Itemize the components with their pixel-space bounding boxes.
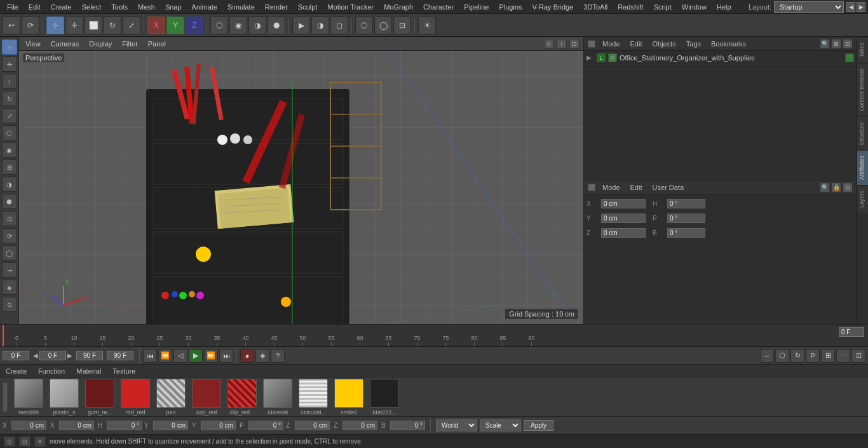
left-tool-5[interactable]: ⤢	[2, 108, 17, 123]
menu-redshift[interactable]: Redshift	[613, 2, 648, 12]
scale-dropdown[interactable]: Scale	[480, 419, 521, 431]
viewport-canvas[interactable]: X Y Z Perspective Grid Spacing : 10 cm	[19, 51, 583, 324]
object-expand-icon[interactable]: ▶	[587, 54, 594, 61]
transport-icon-3[interactable]: ↻	[790, 349, 804, 363]
rotate-tool[interactable]: ↻	[104, 17, 121, 34]
end-frame-input[interactable]	[76, 351, 103, 360]
attr-userdata-btn[interactable]: User Data	[649, 183, 688, 192]
status-icon-1[interactable]: ⊙	[4, 437, 15, 447]
objects-search-icon[interactable]: 🔍	[820, 39, 830, 49]
mat-menu-function[interactable]: Function	[35, 367, 68, 376]
point-mode-btn[interactable]: ◉	[229, 17, 247, 34]
vp-menu-filter[interactable]: Filter	[119, 39, 140, 49]
mat-smile6[interactable]: smile6	[333, 379, 365, 416]
attr-mode-btn[interactable]: Mode	[599, 183, 623, 192]
objects-collapse-icon[interactable]: ⊞	[831, 39, 841, 49]
render-active[interactable]: ◻	[330, 17, 348, 34]
object-row-main[interactable]: ▶ L 0 Office_Stationery_Organizer_with_S…	[584, 51, 857, 65]
objects-bookmarks-btn[interactable]: Bookmarks	[708, 39, 749, 48]
mat-gum-red[interactable]: gum_re...	[84, 379, 116, 416]
mat-material[interactable]: Material	[262, 379, 294, 416]
menu-file[interactable]: File	[3, 2, 23, 12]
menu-help[interactable]: Help	[712, 2, 736, 12]
mat-metal99[interactable]: metal99	[13, 379, 44, 416]
attr-lock-icon[interactable]: 🔒	[831, 182, 841, 193]
menu-3dtoall[interactable]: 3DToAll	[579, 2, 612, 12]
mat-mat222[interactable]: Mat222...	[369, 379, 400, 416]
left-tool-9[interactable]: ◑	[2, 177, 17, 192]
undo-button[interactable]: ↩	[3, 17, 20, 34]
objects-expand-icon[interactable]: ⊡	[843, 39, 853, 49]
mat-cap-red[interactable]: cap_red	[191, 379, 222, 416]
transport-keyframe[interactable]: ◈	[255, 349, 269, 363]
menu-vray[interactable]: V-Ray Bridge	[528, 2, 578, 12]
transport-play-back[interactable]: ◁	[173, 349, 187, 363]
redo-button[interactable]: ⟳	[22, 17, 39, 34]
y-pos-coord-input[interactable]	[153, 421, 188, 430]
x-size-coord-input[interactable]	[59, 421, 94, 430]
x-axis-btn[interactable]: X	[147, 17, 165, 34]
transport-to-end[interactable]: ⏭	[219, 349, 233, 363]
render-view[interactable]: ▶	[292, 17, 310, 34]
mat-plastic[interactable]: plastic_s	[48, 379, 80, 416]
transport-record[interactable]: ●	[240, 349, 254, 363]
left-tool-15[interactable]: ◈	[2, 280, 17, 295]
select-tool[interactable]: ⊹	[46, 17, 64, 34]
move-tool[interactable]: ✛	[65, 17, 83, 34]
object-vis-layer[interactable]: 0	[608, 53, 617, 62]
left-tool-16[interactable]: ⊙	[2, 297, 17, 312]
left-tool-4[interactable]: ↻	[2, 91, 17, 106]
attr-x-pos-input[interactable]	[601, 199, 646, 208]
world-dropdown[interactable]: World	[436, 419, 477, 431]
objects-edit-btn[interactable]: Edit	[627, 39, 646, 48]
left-tool-7[interactable]: ◉	[2, 142, 17, 158]
timeline-ruler[interactable]: 0 5 10 15 20 25 30 35 40 45 50 55 60 65 …	[0, 325, 868, 346]
vp-icon-2[interactable]: ↕	[557, 39, 567, 49]
left-tool-10[interactable]: ⬣	[2, 194, 17, 209]
objects-objects-btn[interactable]: Objects	[649, 39, 679, 48]
left-tool-14[interactable]: ⊸	[2, 262, 17, 278]
apply-button[interactable]: Apply	[524, 420, 553, 431]
objects-tags-btn[interactable]: Tags	[683, 39, 704, 48]
objects-file-btn[interactable]: Mode	[599, 39, 623, 48]
tab-takes[interactable]: Takes	[857, 37, 868, 63]
menu-edit[interactable]: Edit	[24, 2, 45, 12]
menu-snap[interactable]: Snap	[161, 2, 186, 12]
menu-render[interactable]: Render	[261, 2, 292, 12]
z-pos-coord-input[interactable]	[295, 421, 330, 430]
vp-menu-panel[interactable]: Panel	[146, 39, 168, 49]
poly-mode-btn[interactable]: ⬣	[268, 17, 285, 34]
menu-select[interactable]: Select	[78, 2, 106, 12]
status-icon-3[interactable]: ✕	[34, 437, 46, 447]
layout-next-arrow[interactable]: ▶	[857, 2, 865, 12]
material-scrollbar[interactable]	[3, 383, 8, 412]
transport-icon-6[interactable]: ⋯	[836, 349, 850, 363]
p-rot-coord-input[interactable]	[248, 421, 283, 430]
z-axis-btn[interactable]: Z	[186, 17, 203, 34]
mat-menu-create[interactable]: Create	[3, 367, 30, 376]
transport-icon-5[interactable]: ⊞	[821, 349, 835, 363]
z-size-coord-input[interactable]	[342, 421, 377, 430]
left-tool-8[interactable]: ⊞	[2, 160, 17, 175]
mat-pen[interactable]: pen	[155, 379, 187, 416]
transport-icon-2[interactable]: ⬡	[775, 349, 789, 363]
attr-p-rot-input[interactable]	[667, 214, 705, 223]
transform-tool[interactable]: ⤢	[123, 17, 140, 34]
left-tool-3[interactable]: ↕	[2, 74, 17, 89]
current-frame-input[interactable]	[839, 327, 864, 337]
attr-expand-icon[interactable]: ⊡	[843, 182, 853, 193]
render-settings[interactable]: ◑	[311, 17, 329, 34]
attr-z-pos-input[interactable]	[601, 228, 646, 238]
menu-plugins[interactable]: Plugins	[494, 2, 526, 12]
transport-icon-7[interactable]: ⊡	[851, 349, 865, 363]
transport-icon-1[interactable]: ↔	[760, 349, 774, 363]
vp-menu-cameras[interactable]: Cameras	[48, 39, 82, 49]
vp-menu-display[interactable]: Display	[86, 39, 114, 49]
mat-rod-red[interactable]: rod_red	[119, 379, 151, 416]
vp-menu-view[interactable]: View	[23, 39, 43, 49]
layout-dropdown[interactable]: Startup	[774, 1, 844, 13]
left-tool-6[interactable]: ⬡	[2, 125, 17, 140]
transport-step-back[interactable]: ⏪	[158, 349, 172, 363]
tab-structure[interactable]: Structure	[857, 116, 868, 151]
b-rot-coord-input[interactable]	[390, 421, 425, 430]
